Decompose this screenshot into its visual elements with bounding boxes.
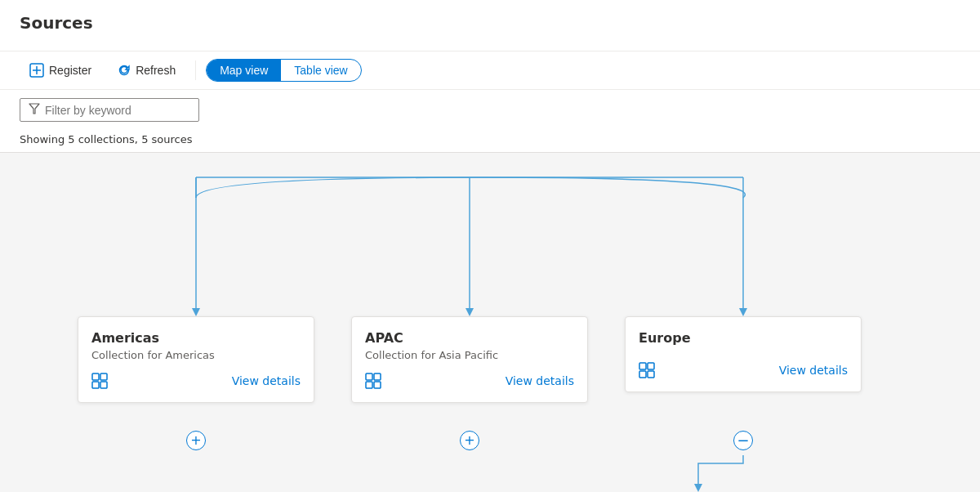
svg-rect-16: [374, 382, 381, 388]
svg-rect-20: [648, 371, 654, 378]
europe-footer: View details: [639, 362, 848, 378]
svg-rect-19: [639, 371, 646, 378]
svg-rect-18: [648, 363, 654, 369]
svg-marker-6: [739, 308, 747, 316]
svg-marker-4: [192, 308, 200, 316]
svg-rect-15: [366, 382, 372, 388]
map-canvas: Americas Collection for Americas View de…: [0, 152, 980, 492]
table-view-button[interactable]: Table view: [281, 60, 360, 81]
apac-footer: View details: [365, 373, 574, 389]
svg-rect-12: [100, 382, 107, 388]
register-button[interactable]: Register: [20, 58, 101, 83]
status-text: Showing 5 collections, 5 sources: [0, 130, 980, 152]
collection-card-americas: Americas Collection for Americas View de…: [78, 316, 314, 403]
europe-title: Europe: [639, 330, 848, 346]
collection-card-europe: Europe View details: [625, 316, 862, 392]
filter-input[interactable]: [45, 104, 190, 117]
svg-marker-8: [694, 484, 702, 492]
apac-view-details[interactable]: View details: [506, 374, 574, 387]
page-container: Sources Register Refresh Map view Table …: [0, 0, 980, 492]
apac-subtitle: Collection for Asia Pacific: [365, 349, 574, 361]
toolbar: Register Refresh Map view Table view: [0, 51, 980, 90]
svg-rect-14: [374, 373, 381, 380]
apac-grid-icon: [365, 373, 381, 389]
svg-rect-17: [639, 363, 646, 369]
svg-rect-11: [92, 382, 99, 388]
europe-collapse-btn[interactable]: −: [733, 431, 753, 450]
americas-title: Americas: [91, 330, 301, 346]
americas-subtitle: Collection for Americas: [91, 349, 301, 361]
register-icon: [29, 63, 44, 78]
collection-card-apac: APAC Collection for Asia Pacific View de…: [351, 316, 588, 403]
page-header: Sources: [0, 0, 980, 51]
svg-marker-5: [466, 308, 474, 316]
refresh-button[interactable]: Refresh: [108, 59, 185, 82]
americas-footer: View details: [91, 373, 301, 389]
filter-input-wrap: [20, 98, 199, 122]
view-toggle: Map view Table view: [206, 59, 362, 82]
americas-expand-btn[interactable]: +: [186, 431, 206, 450]
europe-grid-icon: [639, 362, 655, 378]
svg-rect-13: [366, 373, 372, 380]
register-label: Register: [49, 64, 91, 77]
filter-icon: [29, 103, 40, 117]
svg-rect-10: [100, 373, 107, 380]
map-view-button[interactable]: Map view: [207, 60, 281, 81]
americas-grid-icon: [91, 373, 108, 389]
refresh-label: Refresh: [136, 64, 176, 77]
page-title: Sources: [20, 13, 960, 33]
apac-title: APAC: [365, 330, 574, 346]
svg-marker-3: [29, 104, 39, 114]
americas-view-details[interactable]: View details: [232, 374, 301, 387]
filter-bar: [0, 90, 980, 130]
toolbar-divider: [195, 60, 196, 80]
refresh-icon: [118, 64, 131, 77]
apac-expand-btn[interactable]: +: [460, 431, 479, 450]
europe-view-details[interactable]: View details: [779, 364, 848, 377]
svg-rect-9: [92, 373, 99, 380]
